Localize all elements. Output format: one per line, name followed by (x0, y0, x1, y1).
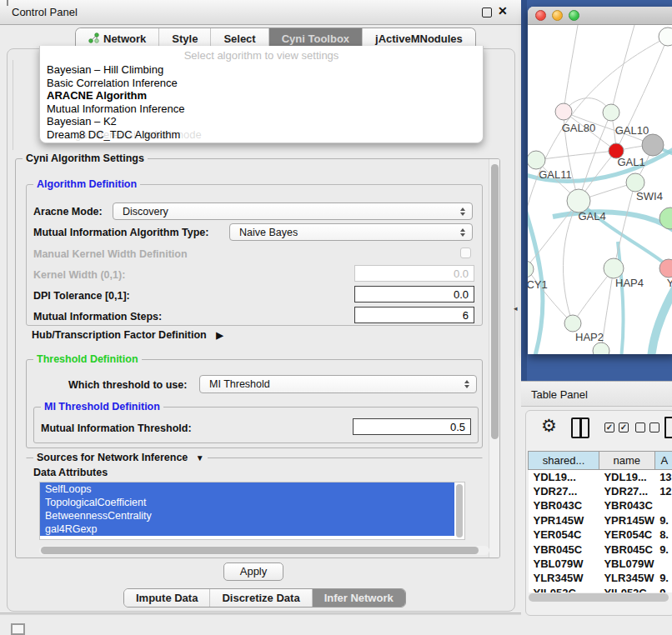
table-row[interactable]: YBR043CYBR043C (529, 498, 672, 512)
attribute-item[interactable]: gal4RGexp (40, 522, 454, 536)
kernel-width-label: Kernel Width (0,1): (33, 269, 125, 281)
algorithm-option[interactable]: ARACNE Algorithm (47, 89, 476, 102)
zoom-window-icon[interactable] (569, 10, 579, 21)
unchecked-checkbox-icon[interactable] (649, 422, 659, 432)
close-window-icon[interactable] (535, 10, 546, 21)
network-edge[interactable] (528, 268, 573, 323)
network-edge[interactable] (528, 201, 579, 268)
attribute-item[interactable]: TopologicalCoefficient (40, 496, 454, 509)
node-attribute-table[interactable]: shared...nameAYDL19...YDL19...13YDR27...… (528, 451, 672, 600)
table-row[interactable]: YBL079WYBL079W (529, 557, 672, 571)
network-edge[interactable] (563, 201, 579, 323)
mi-type-select[interactable]: Naive Bayes (229, 223, 473, 241)
column-header-A[interactable]: A (654, 452, 672, 470)
network-node[interactable] (626, 173, 644, 192)
network-node[interactable] (528, 151, 545, 169)
algorithm-option[interactable]: Bayesian – K2 (47, 115, 476, 128)
network-edge[interactable] (618, 242, 624, 354)
mi-steps-label: Mutual Information Steps: (33, 311, 162, 322)
mi-threshold-label: Mutual Information Threshold: (41, 422, 192, 434)
settings-horizontal-scrollbar[interactable] (39, 546, 489, 555)
table-cell: YBR043C (529, 498, 599, 512)
aracne-mode-select[interactable]: Discovery (113, 202, 473, 220)
network-node[interactable] (603, 104, 619, 121)
network-node[interactable] (564, 315, 581, 332)
unchecked-checkbox-icon[interactable] (635, 422, 645, 432)
checked-checkbox-icon[interactable]: ✓ (604, 422, 614, 432)
algorithm-option[interactable]: Bayesian – Hill Climbing (47, 63, 476, 77)
settings-vertical-scrollbar[interactable] (489, 159, 499, 558)
network-node[interactable] (555, 103, 572, 120)
mi-steps-input[interactable]: 6 (354, 307, 474, 323)
sources-title-row[interactable]: Sources for Network Inference ▼ (33, 452, 208, 463)
minimized-panel-icon[interactable] (11, 623, 25, 635)
table-row[interactable]: YBR045CYBR045C9. (529, 542, 672, 556)
network-window[interactable]: GAL80GAL10GAL1GAL11SWI4GAL4GCY1HAP4YHAP2 (528, 7, 672, 354)
minimize-window-icon[interactable] (552, 10, 563, 21)
network-node[interactable] (659, 28, 672, 46)
collapse-down-icon[interactable]: ▼ (196, 453, 204, 462)
hub-definition-label: Hub/Transcription Factor Definition (32, 329, 207, 341)
manual-kernel-checkbox[interactable] (460, 248, 471, 258)
mi-threshold-definition-title: MI Threshold Definition (41, 401, 163, 412)
table-cell: YBL079W (529, 557, 599, 571)
table-row[interactable]: YDR27...YDR27...12 (529, 484, 672, 498)
table-row[interactable]: YDL19...YDL19...13 (529, 470, 672, 484)
split-view-icon[interactable] (571, 418, 589, 438)
apply-button[interactable]: Apply (223, 562, 283, 581)
network-edge[interactable] (611, 25, 634, 112)
network-node[interactable] (659, 208, 672, 229)
cyni-algorithm-settings-group: Cyni Algorithm Settings Algorithm Defini… (15, 158, 500, 558)
desktop-edge-shade (521, 0, 527, 381)
network-canvas[interactable]: GAL80GAL10GAL1GAL11SWI4GAL4GCY1HAP4YHAP2 (528, 25, 672, 354)
network-node[interactable] (642, 134, 664, 156)
algorithm-option[interactable]: Basic Correlation Inference (47, 77, 476, 90)
splitter-collapse-icon[interactable]: ◂ (514, 304, 518, 312)
checked-checkbox-icon[interactable]: ✓ (619, 422, 629, 432)
table-row[interactable]: YLR345WYLR345W9. (529, 571, 672, 585)
network-node-label: HAP4 (615, 277, 644, 289)
mi-threshold-input[interactable]: 0.5 (353, 418, 471, 435)
bottom-tab-infer-network[interactable]: Infer Network (312, 589, 405, 607)
attributes-scrollbar[interactable] (456, 484, 463, 538)
algorithm-option[interactable]: Mutual Information Inference (47, 102, 476, 116)
network-node-label: HAP2 (575, 331, 604, 343)
network-window-titlebar[interactable] (528, 7, 672, 25)
table-row[interactable]: YER054CYER054C8. (529, 528, 672, 542)
table-cell: YPR145W (529, 513, 599, 528)
column-header-name[interactable]: name (599, 452, 654, 470)
document-icon[interactable] (664, 417, 672, 438)
network-edge[interactable] (651, 283, 672, 354)
network-node[interactable] (567, 189, 590, 212)
gear-icon[interactable]: ⚙ (541, 416, 557, 436)
close-icon[interactable]: ✕ (498, 4, 508, 18)
table-cell: YPR145W (599, 513, 654, 528)
network-node[interactable] (593, 342, 609, 354)
ghost-network-name: gal filtered.sif default node (75, 128, 202, 141)
hub-definition-toggle[interactable]: Hub/Transcription Factor Definition ▶ (32, 329, 223, 341)
dpi-tolerance-input[interactable]: 0.0 (354, 286, 474, 302)
window-edge-mark (7, 0, 8, 6)
float-panel-icon[interactable] (482, 8, 492, 18)
expand-right-icon[interactable]: ▶ (216, 330, 223, 340)
data-attributes-list[interactable]: SelfLoopsTopologicalCoefficientBetweenne… (39, 482, 465, 540)
table-horizontal-scrollbar[interactable] (528, 592, 672, 602)
column-header-shared...[interactable]: shared... (529, 452, 599, 470)
settings-group-title: Cyni Algorithm Settings (23, 152, 148, 164)
which-threshold-value: MI Threshold (200, 378, 270, 390)
network-edge[interactable] (614, 182, 635, 268)
which-threshold-select[interactable]: MI Threshold (199, 375, 477, 393)
tab-label: Select (223, 32, 255, 45)
network-edge[interactable] (564, 25, 578, 112)
network-node-label: GAL11 (539, 168, 572, 181)
kernel-width-input[interactable]: 0.0 (354, 265, 474, 282)
bottom-tab-impute-data[interactable]: Impute Data (124, 589, 209, 607)
table-row[interactable]: YPR145WYPR145W9. (529, 513, 672, 528)
bottom-tab-discretize-data[interactable]: Discretize Data (209, 589, 311, 607)
network-node[interactable] (528, 261, 534, 278)
combo-arrows-icon (464, 380, 469, 388)
attribute-item[interactable]: BetweennessCentrality (40, 509, 454, 522)
attribute-item[interactable]: SelfLoops (40, 482, 454, 496)
network-node[interactable] (604, 258, 624, 278)
control-panel-title: Control Panel (12, 6, 78, 18)
